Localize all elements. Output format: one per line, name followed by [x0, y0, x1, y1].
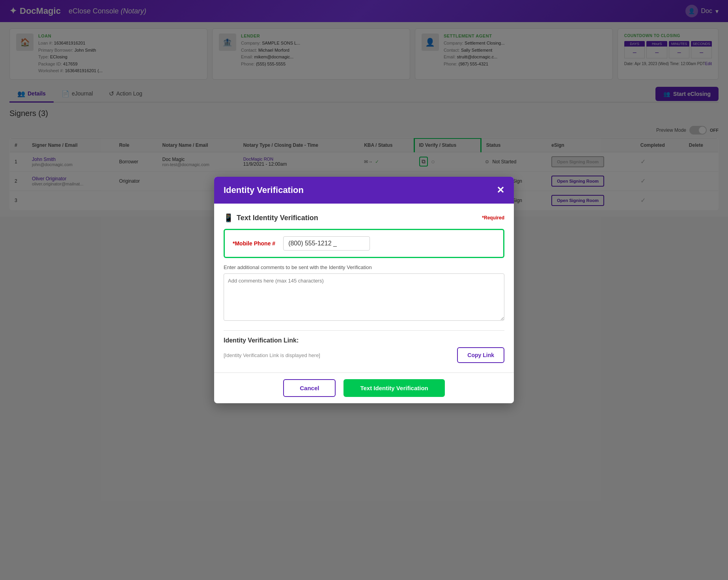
mobile-phone-input[interactable] [283, 236, 370, 251]
copy-link-button[interactable]: Copy Link [457, 347, 504, 363]
phone-label: *Mobile Phone # [233, 240, 275, 247]
modal-title: Identity Verification [224, 185, 304, 195]
modal-footer: Cancel Text Identity Verification [214, 372, 514, 403]
text-identity-verification-button[interactable]: Text Identity Verification [343, 379, 444, 397]
modal-header: Identity Verification ✕ [214, 177, 514, 204]
modal-close-button[interactable]: ✕ [497, 185, 504, 196]
link-placeholder: [Identity Verification Link is displayed… [224, 352, 451, 358]
modal-overlay: Identity Verification ✕ 📱 Text Identity … [0, 0, 728, 580]
cancel-button[interactable]: Cancel [283, 379, 336, 397]
comments-label: Enter additional comments to be sent wit… [224, 264, 504, 270]
phone-section: *Mobile Phone # [224, 229, 504, 258]
link-section-title: Identity Verification Link: [224, 337, 504, 344]
modal-section-title: 📱 Text Identity Verification *Required [224, 213, 504, 223]
link-section: Identity Verification Link: [Identity Ve… [224, 330, 504, 363]
identity-verification-modal: Identity Verification ✕ 📱 Text Identity … [214, 177, 514, 403]
link-row: [Identity Verification Link is displayed… [224, 347, 504, 363]
modal-body: 📱 Text Identity Verification *Required *… [214, 204, 514, 372]
comments-textarea[interactable] [224, 273, 504, 321]
phone-section-icon: 📱 [224, 213, 233, 223]
required-label: *Required [482, 215, 504, 221]
